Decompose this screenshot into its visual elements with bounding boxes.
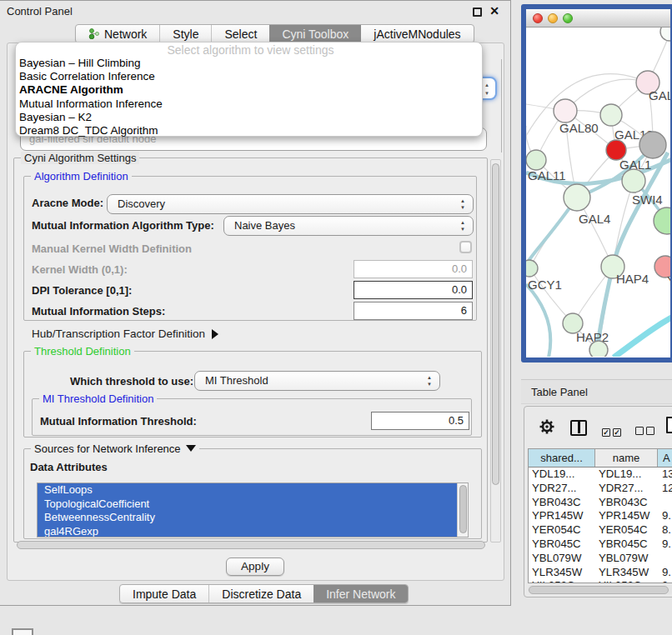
close-window-icon[interactable] (533, 13, 543, 23)
dpi-tolerance-field[interactable]: 0.0 (354, 281, 473, 299)
unchecked-box-icon (635, 427, 644, 435)
table-cell: 9. (658, 579, 672, 583)
attribute-item-selfloops[interactable]: SelfLoops (38, 483, 457, 498)
minimized-panel-icon[interactable] (12, 628, 33, 635)
data-attributes-label: Data Attributes (30, 461, 108, 473)
column-layout-icon[interactable] (570, 420, 587, 436)
settings-scrollbar-thumb[interactable] (492, 163, 499, 485)
node-label-gal11: GAL11 (528, 168, 566, 182)
checked-box-icon: ✓ (602, 428, 610, 437)
network-node-gal4[interactable] (564, 184, 590, 211)
table-cell (658, 552, 672, 566)
table-cell: YPR145W (595, 509, 658, 523)
table-row[interactable]: YIL052CYIL052C9. (529, 579, 672, 583)
tab-network[interactable]: Network (76, 25, 159, 42)
table-cell: 8. (658, 523, 672, 538)
table-hscrollbar-thumb[interactable] (529, 586, 669, 594)
algorithm-option-bayesian-k2[interactable]: Bayesian – K2 (19, 111, 482, 124)
network-node[interactable] (654, 208, 670, 234)
network-edge[interactable] (614, 316, 670, 357)
zoom-window-icon[interactable] (563, 13, 573, 23)
table-cell: YLR345W (595, 566, 658, 580)
collapsed-arrow-icon (212, 329, 218, 339)
select-all-columns-icon[interactable]: ✓✓ (602, 423, 624, 438)
algorithm-option-mutual-information-inference[interactable]: Mutual Information Inference (19, 98, 482, 111)
settings-scrollbar[interactable] (490, 159, 501, 542)
minimize-window-icon[interactable] (548, 13, 558, 23)
column-header-a[interactable]: A (658, 449, 672, 467)
table-row[interactable]: YDR27...YDR27...12 (529, 482, 672, 496)
table-row[interactable]: YLR345WYLR345W9. (529, 566, 672, 580)
attribute-item-betweennesscentrality[interactable]: BetweennessCentrality (38, 511, 457, 525)
table-row[interactable]: YBL079WYBL079W (529, 552, 672, 566)
table-cell: YBR043C (529, 496, 595, 510)
aracne-mode-combobox[interactable]: Discovery ▲▼ (107, 194, 474, 214)
manual-kernel-width-checkbox[interactable] (459, 241, 472, 253)
network-node-swi4[interactable] (622, 169, 645, 192)
network-node[interactable] (589, 341, 608, 357)
tab-impute-data[interactable]: Impute Data (120, 585, 208, 602)
network-node[interactable] (639, 132, 666, 158)
table-cell: YLR345W (529, 566, 595, 580)
close-icon[interactable]: ✕ (489, 4, 499, 18)
column-header-name[interactable]: name (595, 449, 658, 467)
column-header-shared[interactable]: shared... (529, 449, 595, 467)
network-window-titlebar[interactable] (526, 9, 670, 28)
attributes-scrollbar-thumb[interactable] (459, 485, 467, 533)
kernel-width-field[interactable]: 0.0 (354, 260, 473, 278)
table-row[interactable]: YBR043CYBR043C (529, 496, 672, 510)
table-cell: 13 (658, 468, 672, 482)
table-hscrollbar[interactable] (528, 585, 672, 594)
network-node-gal80[interactable] (554, 99, 577, 122)
attributes-scrollbar[interactable] (457, 483, 468, 537)
mi-threshold-field[interactable]: 0.5 (371, 412, 469, 430)
network-node[interactable] (660, 28, 670, 41)
sources-group-title[interactable]: Sources for Network Inference (31, 442, 199, 455)
tab-cyni-toolbox[interactable]: Cyni Toolbox (269, 25, 361, 42)
kernel-width-label: Kernel Width (0,1): (32, 263, 128, 276)
tab-label: Impute Data (133, 588, 196, 601)
network-canvas[interactable]: GALGAL80GAL10GAL1GAL11SWI4GAL4GCY1HAP4YH… (526, 28, 670, 357)
network-node-gcy1[interactable] (526, 260, 538, 277)
file-icon[interactable] (666, 417, 672, 433)
node-table: shared...nameA YDL19...YDL19...13YDR27..… (528, 448, 672, 583)
node-label-gal: GAL (649, 88, 670, 102)
tab-select[interactable]: Select (211, 25, 269, 42)
network-node-gal10[interactable] (600, 104, 622, 126)
gear-icon[interactable] (538, 418, 556, 439)
deselect-columns-icon[interactable] (635, 423, 657, 438)
tab-jactivemnodules[interactable]: jActiveMNodules (361, 25, 473, 42)
table-row[interactable]: YPR145WYPR145W9. (529, 509, 672, 523)
table-row[interactable]: YBR045CYBR045C9. (529, 538, 672, 552)
attribute-item-gal4rgexp[interactable]: gal4RGexp (38, 525, 457, 538)
node-label-y: Y (667, 273, 670, 288)
table-cell: 12 (658, 482, 672, 496)
algorithm-option-bayesian-hill-climbing[interactable]: Bayesian – Hill Climbing (19, 57, 482, 70)
mi-threshold-definition-title: MI Threshold Definition (39, 392, 157, 405)
tab-discretize-data[interactable]: Discretize Data (208, 585, 313, 602)
algorithm-option-aracne-algorithm[interactable]: ARACNE Algorithm (19, 83, 482, 97)
mi-algorithm-type-combobox[interactable]: Naive Bayes ▲▼ (223, 216, 474, 236)
table-cell: YBL079W (595, 552, 658, 566)
settings-hscrollbar-thumb[interactable] (17, 541, 485, 549)
tab-infer-network[interactable]: Infer Network (313, 585, 408, 602)
network-node-gal11[interactable] (526, 150, 546, 170)
control-panel-tabs: NetworkStyleSelectCyni ToolboxjActiveMNo… (75, 24, 474, 43)
table-cell: 9. (658, 538, 672, 552)
expanded-arrow-icon (186, 445, 196, 452)
algorithm-option-dream8-dc-tdc-algorithm[interactable]: Dream8 DC_TDC Algorithm (19, 124, 482, 138)
mi-steps-field[interactable]: 6 (354, 302, 473, 320)
table-cell: YIL052C (595, 579, 658, 583)
apply-button[interactable]: Apply (226, 558, 284, 576)
hub-definition-expander[interactable]: Hub/Transcription Factor Definition (32, 328, 218, 340)
algorithm-option-basic-correlation-inference[interactable]: Basic Correlation Inference (19, 70, 482, 83)
tab-style[interactable]: Style (159, 25, 211, 42)
network-view-window[interactable]: GALGAL80GAL10GAL1GAL11SWI4GAL4GCY1HAP4YH… (521, 4, 672, 362)
table-row[interactable]: YER054CYER054C8. (529, 523, 672, 538)
which-threshold-combobox[interactable]: MI Threshold ▲▼ (194, 371, 440, 391)
network-edge[interactable] (526, 284, 550, 357)
float-window-icon[interactable] (473, 8, 482, 17)
spinner-arrows-icon: ▲▼ (460, 219, 465, 232)
attribute-item-topologicalcoefficient[interactable]: TopologicalCoefficient (38, 498, 457, 512)
table-row[interactable]: YDL19...YDL19...13 (529, 468, 672, 482)
